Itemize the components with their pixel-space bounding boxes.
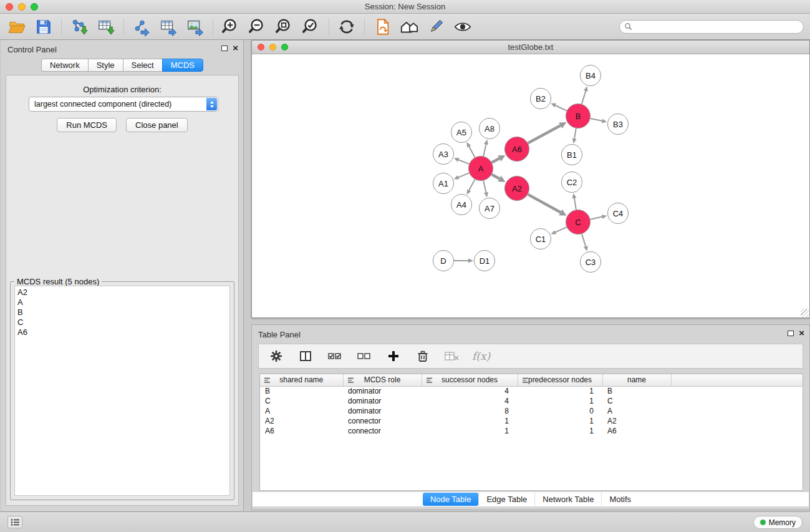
graph-node-D1[interactable]: D1 <box>474 250 495 271</box>
criterion-dropdown[interactable]: largest connected component (directed) <box>29 97 218 112</box>
cell[interactable]: 1 <box>518 396 602 406</box>
cell[interactable]: A <box>602 406 671 416</box>
network-overview-button[interactable] <box>400 17 418 36</box>
column-header-MCDS-role[interactable]: MCDS role <box>343 374 422 386</box>
zoom-selected-button[interactable] <box>302 17 321 36</box>
tab-motifs[interactable]: Motifs <box>601 493 639 506</box>
cell[interactable]: 1 <box>518 426 602 436</box>
deselect-all-rows-button[interactable] <box>355 347 374 365</box>
export-image-button[interactable] <box>186 17 205 36</box>
table-row-a[interactable]: Adominator80A <box>260 406 803 416</box>
refresh-view-button[interactable] <box>337 17 356 36</box>
memory-button[interactable]: Memory <box>753 516 803 529</box>
cell[interactable]: 1 <box>422 426 518 436</box>
graph-node-C1[interactable]: C1 <box>530 228 551 249</box>
cell[interactable]: 4 <box>422 386 518 396</box>
table-row-b[interactable]: Bdominator41B <box>260 386 803 396</box>
cell[interactable]: C <box>260 396 343 406</box>
tab-style[interactable]: Style <box>88 59 123 72</box>
cell[interactable]: A6 <box>602 426 671 436</box>
zoom-in-button[interactable] <box>221 17 240 36</box>
close-panel-button[interactable]: Close panel <box>126 118 188 132</box>
cell[interactable]: 1 <box>518 416 602 426</box>
open-session-document-button[interactable] <box>373 17 392 36</box>
cell[interactable]: connector <box>343 426 422 436</box>
result-item-a[interactable]: A <box>17 297 229 307</box>
table-settings-button[interactable] <box>267 347 286 365</box>
search-field[interactable] <box>619 20 804 34</box>
cell[interactable]: A6 <box>260 426 343 436</box>
result-item-a6[interactable]: A6 <box>17 327 229 337</box>
graph-node-B3[interactable]: B3 <box>607 114 629 135</box>
graph-node-A3[interactable]: A3 <box>433 143 454 165</box>
function-builder-button[interactable]: f(x) <box>472 350 490 362</box>
run-mcds-button[interactable]: Run MCDS <box>57 118 117 132</box>
graph-node-A6[interactable]: A6 <box>504 137 529 162</box>
tab-edge-table[interactable]: Edge Table <box>478 493 534 506</box>
table-row-a6[interactable]: A6connector11A6 <box>260 426 803 436</box>
import-network-button[interactable] <box>70 17 89 36</box>
table-row-c[interactable]: Cdominator41C <box>260 396 803 406</box>
show-columns-button[interactable] <box>296 347 315 365</box>
cell[interactable]: connector <box>343 416 422 426</box>
cell[interactable]: 1 <box>518 386 602 396</box>
graph-node-B[interactable]: B <box>566 104 591 128</box>
zoom-out-button[interactable] <box>248 17 267 36</box>
cell[interactable]: B <box>602 386 671 396</box>
open-file-button[interactable] <box>7 17 26 36</box>
graph-node-A[interactable]: A <box>468 156 493 181</box>
cell[interactable]: A2 <box>602 416 671 426</box>
export-table-button[interactable] <box>159 17 178 36</box>
window-resize-grip[interactable] <box>801 309 809 317</box>
export-network-button[interactable] <box>132 17 151 36</box>
float-table-panel-icon[interactable] <box>788 331 794 336</box>
graph-node-B4[interactable]: B4 <box>580 65 601 86</box>
cell[interactable]: 0 <box>518 406 602 416</box>
column-header-successor-nodes[interactable]: successor nodes <box>422 374 518 386</box>
graph-node-C4[interactable]: C4 <box>607 203 629 224</box>
graph-node-A5[interactable]: A5 <box>451 122 472 143</box>
network-window-titlebar[interactable]: testGlobe.txt <box>252 41 809 54</box>
result-item-b[interactable]: B <box>17 307 229 317</box>
close-panel-icon[interactable]: × <box>233 44 238 52</box>
cell[interactable]: C <box>602 396 671 406</box>
task-history-button[interactable] <box>7 516 22 528</box>
graph-node-B2[interactable]: B2 <box>530 88 551 109</box>
cell[interactable]: A <box>260 406 343 416</box>
tab-network[interactable]: Network <box>41 59 89 72</box>
annotation-pen-button[interactable] <box>427 17 445 36</box>
add-column-button[interactable] <box>384 347 403 365</box>
tab-network-table[interactable]: Network Table <box>534 493 601 506</box>
result-item-a2[interactable]: A2 <box>17 288 229 297</box>
show-graphics-details-button[interactable] <box>453 17 472 36</box>
graph-node-C2[interactable]: C2 <box>561 172 582 193</box>
mcds-result-list[interactable]: A2ABCA6 <box>14 286 230 496</box>
close-table-panel-icon[interactable]: × <box>799 329 804 337</box>
save-session-button[interactable] <box>34 17 53 36</box>
cell[interactable]: dominator <box>343 406 422 416</box>
search-input[interactable] <box>635 21 803 32</box>
graph-node-D[interactable]: D <box>433 250 454 271</box>
graph-node-C3[interactable]: C3 <box>580 251 601 273</box>
tab-node-table[interactable]: Node Table <box>423 493 479 506</box>
graph-node-A8[interactable]: A8 <box>479 118 500 139</box>
tab-select[interactable]: Select <box>123 59 163 72</box>
cell[interactable]: 1 <box>422 416 518 426</box>
cell[interactable]: B <box>260 386 343 396</box>
graph-node-B1[interactable]: B1 <box>561 144 582 165</box>
column-header-predecessor-nodes[interactable]: predecessor nodes <box>518 374 602 386</box>
network-canvas[interactable]: B4B2BB3A5A8A6A3B1AC2A1A2A4A7C4CC1C3DD1 <box>252 54 809 317</box>
cell[interactable]: dominator <box>343 396 422 406</box>
graph-node-A1[interactable]: A1 <box>433 173 454 194</box>
column-header-name[interactable]: name <box>602 374 671 386</box>
graph-node-C[interactable]: C <box>566 210 591 235</box>
cell[interactable]: 4 <box>422 396 518 406</box>
delete-columns-button[interactable] <box>413 347 432 365</box>
cell[interactable]: A2 <box>260 416 343 426</box>
graph-node-A2[interactable]: A2 <box>504 176 529 201</box>
delete-table-button[interactable] <box>443 347 461 365</box>
table-row-a2[interactable]: A2connector11A2 <box>260 416 803 426</box>
zoom-fit-button[interactable] <box>275 17 294 36</box>
select-all-rows-button[interactable] <box>325 347 344 365</box>
column-header-shared-name[interactable]: shared name <box>260 374 343 386</box>
